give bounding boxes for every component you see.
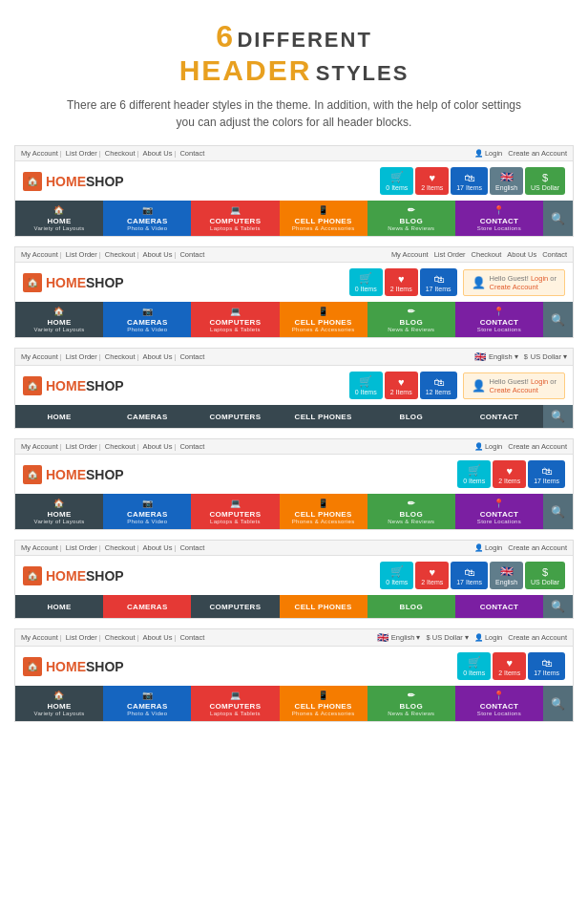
nav-computers-4[interactable]: 💻 COMPUTERS Laptops & Tablets [191,494,279,529]
nav-contact-6[interactable]: 📍 CONTACT Store Locations [455,686,543,721]
nav-home-3[interactable]: HOME [15,405,103,428]
tb5-myaccount[interactable]: My Account [21,543,62,552]
nav-blog-5[interactable]: BLOG [368,595,455,618]
tb3-contact[interactable]: Contact [179,352,204,361]
cart-btn-4[interactable]: 🛒 0 Items [457,460,491,488]
tb3-checkout[interactable]: Checkout [105,352,139,361]
nav-home-5[interactable]: HOME [15,595,103,618]
nav-search-2[interactable]: 🔍 [543,302,573,337]
nav-computers-2[interactable]: 💻 COMPUTERS Laptops & Tablets [191,302,279,337]
nav-cellphones-1[interactable]: 📱 CELL PHONES Phones & Accessories [280,201,368,236]
nav-blog-1[interactable]: ✏ BLOG News & Reviews [368,201,455,236]
logo-1[interactable]: 🏠 HOMESHOP [23,172,124,191]
nav-cellphones-2[interactable]: 📱 CELL PHONES Phones & Accessories [280,302,368,337]
wishlist-btn-3[interactable]: ♥ 2 Items [385,372,418,399]
tb4-aboutus[interactable]: About Us [143,442,177,451]
nav-blog-6[interactable]: ✏ BLOG News & Reviews [368,686,455,721]
compare-btn-5[interactable]: 🛍 17 Items [451,562,488,589]
lang-flag-3[interactable]: 🇬🇧 English ▾ [474,351,518,362]
cart-btn-5[interactable]: 🛒 0 Items [380,562,413,589]
nav-cameras-6[interactable]: 📷 CAMERAS Photo & Video [103,686,191,721]
tb4-myaccount[interactable]: My Account [21,442,62,451]
cart-btn-2[interactable]: 🛒 0 Items [349,268,383,296]
wishlist-btn-2[interactable]: ♥ 2 Items [385,268,418,296]
nav-cameras-2[interactable]: 📷 CAMERAS Photo & Video [103,302,191,337]
tb4-checkout[interactable]: Checkout [105,442,139,451]
create-link-4[interactable]: Create an Account [508,442,567,451]
login-link-6[interactable]: 👤 Login [474,633,502,642]
wishlist-btn-6[interactable]: ♥ 2 Items [493,652,526,680]
tb-contact[interactable]: Contact [179,149,204,158]
compare-btn-2[interactable]: 🛍 17 Items [420,268,457,296]
tb3-listorder[interactable]: List Order [66,352,101,361]
nav-blog-4[interactable]: ✏ BLOG News & Reviews [368,494,455,529]
compare-btn-4[interactable]: 🛍 17 Items [528,460,565,488]
lang-flag-6[interactable]: 🇬🇧 English ▾ [377,632,421,643]
nav-contact-3[interactable]: CONTACT [455,405,543,428]
nav-search-1[interactable]: 🔍 [543,201,573,236]
order-link-2[interactable]: List Order [434,250,466,259]
cart-btn-3[interactable]: 🛒 0 Items [349,372,383,399]
nav-computers-1[interactable]: 💻 COMPUTERS Laptops & Tablets [191,201,279,236]
contact-link-2[interactable]: Contact [542,250,567,259]
create-link-1[interactable]: Create an Account [508,149,567,158]
tb-aboutus[interactable]: About Us [143,149,177,158]
logo-3[interactable]: 🏠 HOMESHOP [23,376,124,395]
tb6-contact[interactable]: Contact [179,633,204,642]
wishlist-btn-1[interactable]: ♥ 2 Items [415,167,449,195]
tb2-myaccount[interactable]: My Account [21,250,62,259]
tb3-myaccount[interactable]: My Account [21,352,62,361]
logo-4[interactable]: 🏠 HOMESHOP [23,465,124,484]
tb5-checkout[interactable]: Checkout [105,543,139,552]
tb-checkout[interactable]: Checkout [105,149,139,158]
nav-blog-3[interactable]: BLOG [368,405,455,428]
nav-search-4[interactable]: 🔍 [543,494,573,529]
tb-myaccount[interactable]: My Account [21,149,62,158]
login-link-1[interactable]: 👤 Login [474,149,502,158]
tb-listorder[interactable]: List Order [66,149,101,158]
tb2-listorder[interactable]: List Order [66,250,101,259]
nav-cameras-4[interactable]: 📷 CAMERAS Photo & Video [103,494,191,529]
create-link-6[interactable]: Create an Account [508,633,567,642]
tb2-checkout[interactable]: Checkout [105,250,139,259]
tb6-aboutus[interactable]: About Us [143,633,177,642]
nav-search-5[interactable]: 🔍 [543,595,573,618]
nav-contact-5[interactable]: CONTACT [455,595,543,618]
logo-2[interactable]: 🏠 HOMESHOP [23,273,124,292]
tb5-listorder[interactable]: List Order [66,543,101,552]
nav-cellphones-3[interactable]: CELL PHONES [280,405,368,428]
login-label-1[interactable]: Login [485,149,502,158]
nav-cameras-3[interactable]: CAMERAS [103,405,191,428]
nav-computers-3[interactable]: COMPUTERS [191,405,279,428]
tb4-listorder[interactable]: List Order [66,442,101,451]
login-label-4[interactable]: Login [485,442,502,451]
login-label-5[interactable]: Login [485,543,502,552]
tb2-aboutus[interactable]: About Us [143,250,177,259]
tb6-checkout[interactable]: Checkout [105,633,139,642]
nav-contact-4[interactable]: 📍 CONTACT Store Locations [455,494,543,529]
nav-cameras-1[interactable]: 📷 CAMERAS Photo & Video [103,201,191,236]
currency-box-6[interactable]: $ US Dollar ▾ [426,633,468,642]
compare-btn-1[interactable]: 🛍 17 Items [451,167,488,195]
nav-contact-1[interactable]: 📍 CONTACT Store Locations [455,201,543,236]
wishlist-btn-5[interactable]: ♥ 2 Items [415,562,449,589]
nav-cameras-5[interactable]: CAMERAS [103,595,191,618]
compare-btn-3[interactable]: 🛍 12 Items [420,372,457,399]
wishlist-btn-4[interactable]: ♥ 2 Items [493,460,526,488]
tb6-listorder[interactable]: List Order [66,633,101,642]
nav-cellphones-4[interactable]: 📱 CELL PHONES Phones & Accessories [280,494,368,529]
currency-box-3[interactable]: $ US Dollar ▾ [524,352,567,361]
currency-btn-5[interactable]: $ US Dollar [525,562,565,589]
nav-cellphones-6[interactable]: 📱 CELL PHONES Phones & Accessories [280,686,368,721]
about-link-2[interactable]: About Us [507,250,536,259]
login-link-2[interactable]: My Account [391,250,429,259]
compare-btn-6[interactable]: 🛍 17 Items [528,652,565,680]
login-link-4[interactable]: 👤 Login [474,442,502,451]
tb6-myaccount[interactable]: My Account [21,633,62,642]
cart-btn-1[interactable]: 🛒 0 Items [380,167,413,195]
logo-6[interactable]: 🏠 HOMESHOP [23,657,124,676]
tb2-contact[interactable]: Contact [179,250,204,259]
tb3-aboutus[interactable]: About Us [143,352,177,361]
nav-home-6[interactable]: 🏠 HOME Variety of Layouts [15,686,103,721]
currency-btn-1[interactable]: $ US Dollar [525,167,565,195]
